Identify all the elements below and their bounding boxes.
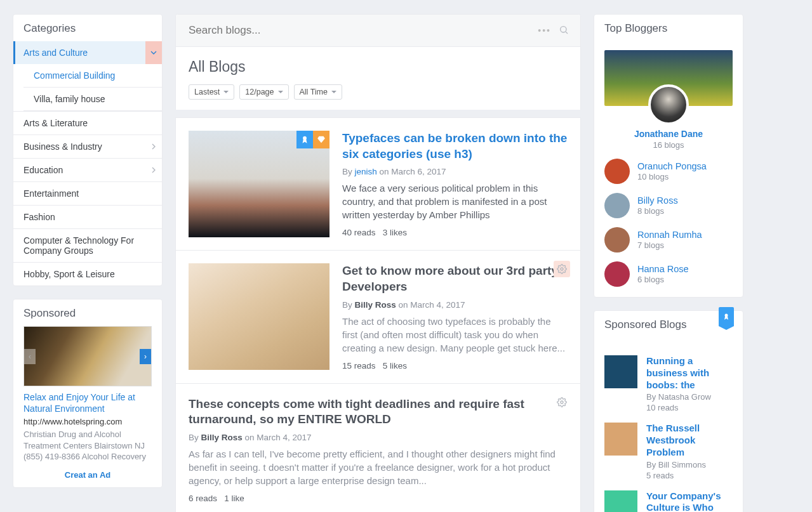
- sponsored-blog-reads: 5 reads: [646, 471, 733, 480]
- blog-byline: By Billy Ross on March 4, 2017: [189, 433, 568, 442]
- sponsored-blog-author: By Bill Simmons: [646, 460, 733, 469]
- award-badge-icon: [296, 131, 313, 148]
- sponsored-headline[interactable]: Relax and Enjoy Your Life at Natural Env…: [23, 391, 152, 414]
- more-icon[interactable]: •••: [538, 25, 551, 36]
- category-item[interactable]: Computer & Technology For Company Groups: [13, 228, 162, 262]
- carousel-next-button[interactable]: ›: [140, 349, 151, 364]
- blogger-count: 6 blogs: [637, 275, 689, 284]
- chevron-right-icon[interactable]: [145, 158, 162, 181]
- blogger-item[interactable]: Oranuch Pongsa10 blogs: [604, 159, 733, 184]
- blogger-item[interactable]: Hanna Rose6 blogs: [604, 261, 733, 287]
- caret-down-icon: [331, 91, 336, 93]
- avatar[interactable]: [604, 227, 630, 253]
- blog-excerpt: As far as I can tell, I've become pretty…: [189, 447, 568, 487]
- avatar[interactable]: [604, 193, 630, 218]
- search-input[interactable]: [187, 23, 538, 37]
- perpage-filter[interactable]: 12/page: [239, 84, 288, 100]
- carousel-prev-button[interactable]: ‹: [24, 349, 36, 364]
- blog-title-link[interactable]: These concepts come with tight deadlines…: [189, 397, 524, 426]
- sponsored-card: Sponsored ‹ › Relax and Enjoy Your Life …: [13, 299, 163, 488]
- category-link[interactable]: Hobby, Sport & Leisure: [13, 262, 162, 286]
- blogger-count: 10 blogs: [637, 172, 707, 181]
- author-link[interactable]: jenish: [355, 167, 377, 176]
- blog-title-link[interactable]: Get to know more about our 3rd party Dev…: [342, 264, 558, 293]
- sponsored-blog-title[interactable]: Running a business with boobs: the: [646, 355, 733, 391]
- diamond-badge-icon: [313, 131, 329, 148]
- blog-byline: By jenish on March 6, 2017: [342, 167, 568, 176]
- category-item[interactable]: Education: [13, 158, 162, 181]
- category-link[interactable]: Entertainment: [13, 181, 162, 205]
- sponsored-url: http://www.hotelspring.com: [23, 417, 152, 426]
- blog-title-link[interactable]: Typefaces can be broken down into the si…: [342, 131, 567, 161]
- category-arts-and-culture[interactable]: Arts and Culture: [13, 41, 162, 64]
- featured-blogger-name[interactable]: Jonathane Dane: [604, 129, 733, 139]
- blogger-name[interactable]: Hanna Rose: [637, 264, 689, 274]
- time-filter[interactable]: All Time: [294, 84, 342, 100]
- blogger-name[interactable]: Oranuch Pongsa: [637, 161, 707, 171]
- likes-count: 5 likes: [383, 361, 407, 371]
- categories-title: Categories: [13, 15, 162, 41]
- category-link[interactable]: Computer & Technology For Company Groups: [13, 228, 162, 262]
- gear-icon[interactable]: [554, 261, 570, 277]
- category-item[interactable]: Business & Industry: [13, 135, 162, 158]
- sponsored-blog-item[interactable]: Running a business with boobs: theBy Nat…: [604, 355, 733, 412]
- category-link[interactable]: Education: [13, 158, 162, 181]
- subcategory-villa[interactable]: Villa, family house: [23, 88, 162, 111]
- gear-icon[interactable]: [554, 394, 570, 410]
- featured-blogger-count: 16 blogs: [604, 140, 733, 150]
- sponsored-blog-title[interactable]: The Russell Westbrook Problem: [646, 423, 733, 458]
- top-bloggers-title: Top Bloggers: [594, 15, 743, 41]
- category-item[interactable]: Fashion: [13, 205, 162, 228]
- search-icon[interactable]: [559, 25, 569, 37]
- blog-excerpt: The act of choosing two typefaces is pro…: [342, 315, 568, 355]
- sponsored-blogs-card: Sponsored Blogs Running a business with …: [594, 310, 743, 512]
- blog-thumbnail[interactable]: [189, 263, 329, 370]
- caret-down-icon: [223, 91, 229, 93]
- likes-count: 3 likes: [383, 228, 407, 237]
- avatar[interactable]: [604, 159, 630, 184]
- category-item[interactable]: Entertainment: [13, 181, 162, 205]
- category-link[interactable]: Arts & Literature: [13, 111, 162, 135]
- author-link[interactable]: Billy Ross: [355, 300, 396, 310]
- category-link[interactable]: Fashion: [13, 205, 162, 228]
- blog-stats: 40 reads 3 likes: [342, 228, 568, 237]
- blog-row: Typefaces can be broken down into the si…: [176, 117, 580, 250]
- create-ad-button[interactable]: Creat an Ad: [23, 470, 152, 480]
- search-bar: •••: [176, 15, 580, 47]
- category-item[interactable]: Hobby, Sport & Leisure: [13, 262, 162, 286]
- sponsored-blog-item[interactable]: Your Company's Culture is Who YouBy Dr. …: [604, 490, 733, 513]
- sort-filter[interactable]: Lastest: [189, 84, 234, 100]
- category-link[interactable]: Business & Industry: [13, 135, 162, 158]
- chevron-down-icon[interactable]: [145, 41, 162, 64]
- blog-row: Get to know more about our 3rd party Dev…: [176, 250, 580, 383]
- category-link[interactable]: Arts and Culture: [13, 41, 162, 64]
- svg-point-5: [725, 314, 728, 317]
- subcategory-list: Commercial Building Villa, family house: [13, 64, 162, 111]
- blog-title: These concepts come with tight deadlines…: [189, 397, 568, 428]
- caret-down-icon: [278, 91, 283, 93]
- sponsored-blog-title[interactable]: Your Company's Culture is Who You: [646, 490, 733, 513]
- featured-blogger-avatar[interactable]: [648, 84, 689, 125]
- sponsored-blog-reads: 10 reads: [646, 403, 733, 412]
- sponsored-blog-thumbnail[interactable]: [604, 423, 637, 456]
- svg-point-2: [303, 136, 307, 140]
- blog-byline: By Billy Ross on March 4, 2017: [342, 300, 568, 310]
- blogger-item[interactable]: Billy Ross8 blogs: [604, 193, 733, 218]
- avatar[interactable]: [604, 261, 630, 287]
- svg-point-3: [561, 268, 563, 270]
- blogger-item[interactable]: Ronnah Rumha7 blogs: [604, 227, 733, 253]
- subcategory-commercial-building[interactable]: Commercial Building: [23, 64, 162, 88]
- sponsored-blog-item[interactable]: The Russell Westbrook ProblemBy Bill Sim…: [604, 423, 733, 480]
- reads-count: 6 reads: [189, 494, 217, 503]
- sponsored-blog-thumbnail[interactable]: [604, 355, 637, 388]
- blog-excerpt: We face a very serious political problem…: [342, 181, 568, 221]
- sponsored-blog-thumbnail[interactable]: [604, 490, 637, 513]
- blog-thumbnail[interactable]: [189, 131, 329, 237]
- blogger-name[interactable]: Ronnah Rumha: [637, 230, 702, 240]
- blog-stats: 6 reads 1 like: [189, 494, 568, 503]
- author-link[interactable]: Billy Ross: [201, 433, 243, 442]
- blogger-name[interactable]: Billy Ross: [637, 195, 678, 206]
- chevron-right-icon[interactable]: [145, 135, 162, 158]
- category-item[interactable]: Arts & Literature: [13, 111, 162, 135]
- sponsored-image[interactable]: ‹ ›: [23, 326, 152, 386]
